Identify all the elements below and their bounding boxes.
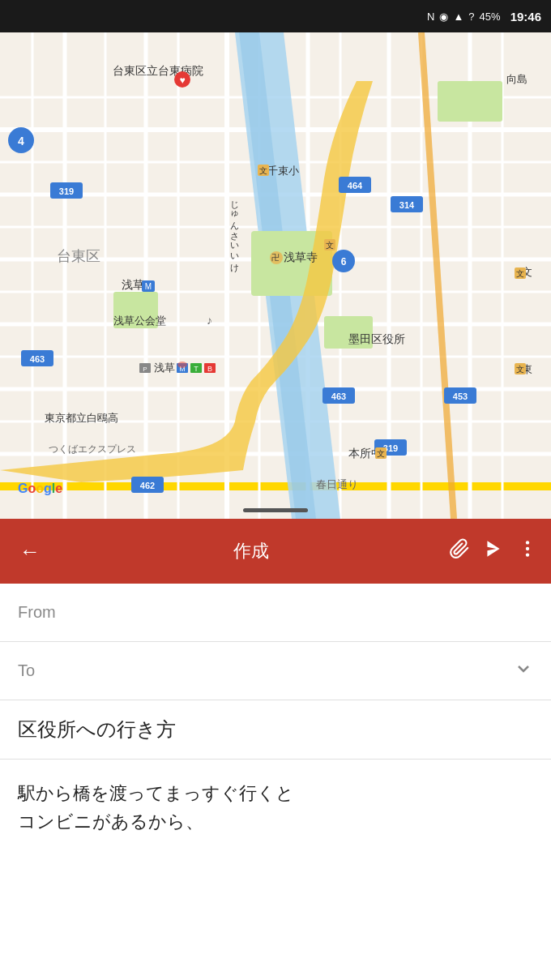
svg-text:♥: ♥ <box>179 75 185 86</box>
from-input[interactable] <box>83 588 533 636</box>
svg-rect-31 <box>438 81 502 122</box>
svg-text:T: T <box>194 365 199 373</box>
svg-text:464: 464 <box>348 181 363 190</box>
svg-point-98 <box>526 541 529 544</box>
svg-text:春日通り: 春日通り <box>316 478 358 490</box>
svg-text:文: 文 <box>326 241 334 250</box>
back-button[interactable]: ← <box>13 533 47 571</box>
svg-point-99 <box>526 547 529 550</box>
signal-icon: ? <box>468 11 474 23</box>
svg-text:浅草: 浅草 <box>122 278 144 291</box>
svg-text:文: 文 <box>259 166 267 175</box>
svg-text:463: 463 <box>30 354 45 364</box>
svg-text:浅草寺: 浅草寺 <box>284 250 318 263</box>
svg-text:文: 文 <box>516 365 524 374</box>
svg-point-94 <box>177 362 187 368</box>
clock: 19:46 <box>510 10 541 24</box>
network-icon: N <box>427 11 434 23</box>
battery-level: 45% <box>480 11 501 23</box>
toolbar-title: 作成 <box>53 539 449 563</box>
svg-text:墨田区役所: 墨田区役所 <box>348 332 405 345</box>
body-field[interactable]: 駅から橋を渡ってまっすぐ行くとコンビニがあるから、 <box>18 779 533 836</box>
svg-text:B: B <box>207 365 212 373</box>
svg-text:浅草公会堂: 浅草公会堂 <box>113 315 166 327</box>
svg-text:319: 319 <box>59 186 74 196</box>
svg-text:台東区: 台東区 <box>57 248 100 264</box>
to-field-row: To <box>0 642 551 700</box>
svg-text:462: 462 <box>140 481 155 490</box>
status-bar-right: N ◉ ▲ ? 45% 19:46 <box>427 10 541 24</box>
svg-text:東京都立白鴎高: 東京都立白鴎高 <box>45 412 118 424</box>
body-area[interactable]: 駅から橋を渡ってまっすぐ行くとコンビニがあるから、 <box>0 760 551 855</box>
svg-text:じゅんさいいけ: じゅんさいいけ <box>230 195 240 273</box>
svg-text:314: 314 <box>399 200 415 210</box>
svg-text:千束小: 千束小 <box>267 165 299 177</box>
svg-text:向島: 向島 <box>506 73 528 85</box>
svg-text:つくばエクスプレス: つくばエクスプレス <box>49 443 136 455</box>
svg-text:♪: ♪ <box>207 314 212 327</box>
compose-form: From To 区役所への行き方 駅から橋を渡ってまっすぐ行くとコンビニがあるか… <box>0 584 551 855</box>
compose-toolbar: ← 作成 <box>0 519 551 584</box>
svg-text:4: 4 <box>18 135 24 148</box>
map-area[interactable]: 4 319 464 314 6 463 463 453 319 462 台東区立… <box>0 32 551 519</box>
attach-button[interactable] <box>449 538 470 564</box>
svg-text:文: 文 <box>516 269 524 278</box>
from-field-row: From <box>0 584 551 642</box>
map-svg: 4 319 464 314 6 463 463 453 319 462 台東区立… <box>0 32 551 519</box>
to-label: To <box>18 661 83 680</box>
subject-field[interactable]: 区役所への行き方 <box>18 717 533 742</box>
svg-text:Google: Google <box>18 481 62 495</box>
toolbar-actions <box>449 538 538 564</box>
svg-text:453: 453 <box>453 392 468 401</box>
to-input[interactable] <box>83 647 514 695</box>
svg-point-100 <box>526 553 529 556</box>
wifi-icon: ▲ <box>453 11 463 23</box>
svg-marker-97 <box>487 541 499 557</box>
svg-text:463: 463 <box>331 392 346 401</box>
svg-text:M: M <box>145 282 152 291</box>
svg-text:6: 6 <box>341 256 347 267</box>
svg-text:台東区立台東病院: 台東区立台東病院 <box>113 64 203 77</box>
expand-recipients-button[interactable] <box>514 659 533 683</box>
from-label: From <box>18 603 83 622</box>
svg-text:文: 文 <box>377 449 385 458</box>
send-button[interactable] <box>483 538 504 564</box>
svg-text:卍: 卍 <box>271 253 280 262</box>
subject-row[interactable]: 区役所への行き方 <box>0 700 551 760</box>
status-bar: N ◉ ▲ ? 45% 19:46 <box>0 0 551 32</box>
location-icon: ◉ <box>439 11 448 23</box>
svg-text:P: P <box>143 366 147 373</box>
map-drag-handle[interactable] <box>243 508 308 512</box>
svg-text:浅草: 浅草 <box>154 362 175 374</box>
more-options-button[interactable] <box>517 538 538 564</box>
